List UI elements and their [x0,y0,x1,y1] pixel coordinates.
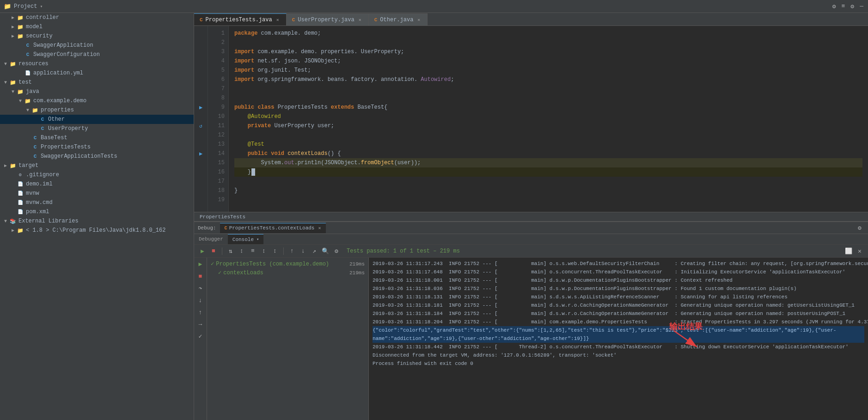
list-btn[interactable]: ≡ [248,247,257,256]
config-btn[interactable]: ⚙ [332,247,341,256]
sidebar-item-test[interactable]: ▼ 📁 test [0,78,194,87]
gutter-line [194,140,208,149]
code-editor[interactable]: ▶ ↺ ▶ 1 2 3 4 5 6 7 [194,26,868,212]
tab-userproperty[interactable]: C UserProperty.java ✕ [287,13,369,25]
sidebar-item-label: UserProperty [48,125,88,132]
test-item-label: contextLoads [223,270,263,276]
close-debug-tab-icon[interactable]: ✕ [318,225,321,231]
config-icon[interactable]: ⚙ [850,2,855,11]
sort-btn[interactable]: ⇅ [226,247,235,256]
arrow-svg [669,328,706,352]
folder-icon: 📁 [9,79,17,86]
tab-close-icon[interactable]: ✕ [416,17,422,23]
refresh-gutter-icon[interactable]: ↺ [194,121,208,130]
sidebar-item-swagger-app[interactable]: C SwaggerApplication [0,41,194,50]
test-item-properties[interactable]: ✓ PropertiesTests (com.example.demo) 219… [207,259,368,268]
tab-properties-tests[interactable]: C PropertiesTests.java ✕ [194,13,287,25]
tab-debugger[interactable]: Debugger [194,234,228,244]
sidebar-item-properties[interactable]: ▼ 📁 properties [0,105,194,115]
sidebar-item-gitignore[interactable]: ⚙ .gitignore [0,170,194,179]
sidebar-item-target[interactable]: ▶ 📁 target [0,161,194,170]
sidebar-item-external-libs[interactable]: ▼ 📚 External Libraries [0,216,194,226]
folder-icon: 📁 [9,162,17,169]
file-icon: ⚙ [17,171,24,179]
sidebar-item-other[interactable]: C Other [0,115,194,124]
sidebar-item-java[interactable]: ▼ 📁 java [0,87,194,96]
sidebar-item-controller[interactable]: ▶ 📁 controller [0,13,194,22]
console-line: 2019-03-26 11:31:18.184 INFO 21752 --- [… [373,309,864,318]
step-out-icon[interactable]: ↑ [196,308,205,317]
file-icon: 📄 [17,208,24,216]
sidebar-item-com-example-demo[interactable]: ▼ 📁 com.example.demo [0,96,194,105]
settings-icon[interactable]: ⚙ [831,2,837,11]
sidebar-item-swaggerapptests[interactable]: C SwaggerApplicationTests [0,152,194,161]
settings-bottom-icon[interactable]: ⚙ [855,223,864,233]
stop-btn[interactable]: ■ [209,247,218,256]
sidebar-item-yml[interactable]: 📄 application.yml [0,68,194,78]
sidebar-item-label: SwaggerConfiguration [33,51,100,58]
up-btn[interactable]: ↑ [287,247,297,256]
panel-expand-icon[interactable]: ⬜ [844,247,853,256]
panel-close-icon[interactable]: ✕ [855,247,864,256]
debug-file-tab[interactable]: C PropertiesTests.contextLoads ✕ [220,223,326,233]
arrow-icon: ▶ [9,15,17,20]
tab-close-icon[interactable]: ✕ [275,17,281,23]
tab-label: PropertiesTests.java [206,17,272,23]
sidebar-item-propertiestest[interactable]: C PropertiesTests [0,142,194,152]
sidebar-item-label: properties [41,107,74,113]
sidebar-item-basetest[interactable]: C BaseTest [0,133,194,142]
tab-close-icon[interactable]: ✕ [357,17,363,23]
collapse-btn[interactable]: ↕ [270,247,280,256]
code-content[interactable]: package com.example. demo; import com.ex… [229,26,868,212]
export-btn[interactable]: ↗ [310,247,319,256]
search-btn[interactable]: 🔍 [321,247,330,256]
tab-label: UserProperty.java [298,17,354,23]
resume-icon[interactable]: ▶ [196,259,205,269]
code-line-18: } [234,186,862,195]
evaluate-icon[interactable]: ✓ [196,332,205,341]
test-item-contextloads[interactable]: ✓ contextLoads 219ms [207,268,368,277]
sidebar-item-mvnw-cmd[interactable]: 📄 mvnw.cmd [0,198,194,207]
library-icon: 📚 [9,217,17,225]
debug-label: Debug: [198,225,216,231]
sidebar-item-label: pom.xml [26,209,49,215]
down-btn[interactable]: ↓ [299,247,308,256]
sidebar-item-model[interactable]: ▶ 📁 model [0,22,194,31]
bottom-tab-bar: Debug: C PropertiesTests.contextLoads ✕ … [194,222,868,234]
sidebar-item-pom[interactable]: 📄 pom.xml [0,207,194,216]
run-gutter-icon[interactable]: ▶ [194,149,208,158]
console-output[interactable]: 2019-03-26 11:31:17.243 INFO 21752 --- [… [369,258,868,420]
gutter-line [194,158,208,167]
minimize-icon[interactable]: — [859,2,864,11]
sidebar-item-label: PropertiesTests [41,144,91,150]
step-into-icon[interactable]: ↓ [196,296,205,305]
stop-debug-icon[interactable]: ■ [196,272,205,281]
code-line-9: public class PropertiesTests extends Bas… [234,103,862,112]
sidebar-item-demo-iml[interactable]: 📄 demo.iml [0,179,194,189]
code-line-13: @Test [234,140,862,149]
run-cursor-icon[interactable]: → [196,320,205,329]
menu-icon[interactable]: ≡ [841,2,846,11]
sidebar-item-label: mvnw.cmd [26,199,53,206]
run-gutter-icon[interactable]: ▶ [194,103,208,112]
folder-icon: 📁 [24,97,31,105]
sidebar-item-swagger-config[interactable]: C SwaggerConfiguration [0,50,194,59]
sidebar-item-jdk[interactable]: ▶ 📁 < 1.8 > C:\Program Files\Java\jdk1.8… [0,226,194,235]
tab-other[interactable]: C Other.java ✕ [369,13,428,25]
sort-btn2[interactable]: ↕ [237,247,246,256]
sidebar-item-mvnw[interactable]: 📄 mvnw [0,189,194,198]
sidebar-item-label: application.yml [33,70,83,76]
sidebar-item-security[interactable]: ▶ 📁 security [0,31,194,41]
play-btn[interactable]: ▶ [198,247,207,256]
tab-console[interactable]: Console ▾ [228,234,264,244]
dropdown-arrow-icon[interactable]: ▾ [40,4,43,9]
java-class-icon: C [39,116,46,123]
gutter-line [194,130,208,140]
step-over-icon[interactable]: ↷ [196,284,205,293]
project-title: Project [14,3,37,10]
expand-btn[interactable]: ↕ [259,247,269,256]
sidebar-item-resources[interactable]: ▼ 📁 resources [0,59,194,68]
arrow-icon: ▼ [24,108,31,113]
code-line-15: System.out.println(JSONObject.fromObject… [234,158,862,167]
sidebar-item-userproperty[interactable]: C UserProperty [0,124,194,133]
